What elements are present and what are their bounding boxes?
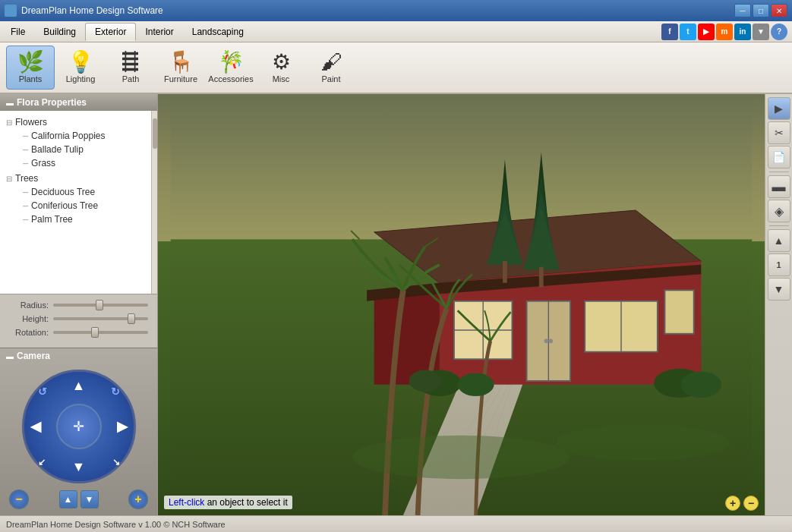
misc-label: Misc bbox=[273, 74, 290, 83]
social-icons: f t ▶ m in ▼ ? bbox=[661, 24, 790, 40]
help-button[interactable]: ? bbox=[771, 24, 787, 40]
radius-track[interactable] bbox=[53, 304, 148, 307]
menu-tab-interior[interactable]: Interior bbox=[136, 23, 182, 41]
trees-group: ⊟ Trees Deciduous Tree Coniferious Tree … bbox=[3, 172, 148, 226]
paint-tool[interactable]: 🖌 Paint bbox=[307, 46, 355, 90]
facebook-button[interactable]: f bbox=[661, 24, 678, 40]
flowers-expand-icon: ⊟ bbox=[6, 118, 12, 127]
level-button[interactable]: 1 bbox=[768, 253, 790, 276]
myspace-button[interactable]: m bbox=[716, 24, 733, 40]
flowers-group-header[interactable]: ⊟ Flowers bbox=[3, 115, 148, 129]
app-icon bbox=[5, 5, 17, 17]
height-slider-row: Height: bbox=[9, 314, 148, 323]
more-button[interactable]: ▼ bbox=[753, 24, 769, 40]
height-thumb[interactable] bbox=[128, 313, 135, 324]
camera-outer-ring[interactable]: ▲ ▼ ◀ ▶ ↺ ↻ ↙ ↘ ✛ bbox=[22, 370, 136, 483]
camera-move-down-small[interactable]: ▼ bbox=[80, 490, 99, 508]
rotation-slider-row: Rotation: bbox=[9, 328, 148, 337]
camera-collapse-icon[interactable]: ▬ bbox=[6, 352, 14, 360]
viewport-canvas[interactable]: Left-click an object to select it + − bbox=[158, 94, 765, 515]
main-content: ▬ Flora Properties ⊟ Flowers California … bbox=[0, 94, 792, 515]
rotation-label: Rotation: bbox=[9, 328, 49, 337]
cut-tool-button[interactable]: ✂ bbox=[768, 121, 790, 144]
floor-tool-button[interactable]: ▬ bbox=[768, 175, 790, 198]
viewport-zoom-out[interactable]: − bbox=[743, 496, 759, 511]
zoom-in-button[interactable]: + bbox=[128, 490, 148, 509]
tree-item-deciduous[interactable]: Deciduous Tree bbox=[18, 185, 148, 199]
trees-group-label: Trees bbox=[15, 173, 38, 184]
right-toolbar: ▶ ✂ 📄 ▬ ◈ ▲ 1 ▼ bbox=[765, 94, 792, 515]
left-panel: ▬ Flora Properties ⊟ Flowers California … bbox=[0, 94, 158, 515]
svg-rect-0 bbox=[171, 94, 753, 239]
camera-tilt-right-button[interactable]: ↘ bbox=[112, 457, 120, 467]
viewport[interactable]: Left-click an object to select it + − bbox=[158, 94, 765, 515]
tree-item-coniferious[interactable]: Coniferious Tree bbox=[18, 199, 148, 212]
plants-tool[interactable]: 🌿 Plants bbox=[6, 46, 55, 90]
tree-item-california-poppies[interactable]: California Poppies bbox=[18, 129, 148, 143]
svg-point-43 bbox=[458, 373, 494, 396]
height-track[interactable] bbox=[53, 317, 148, 320]
radius-slider-row: Radius: bbox=[9, 301, 148, 310]
select-tool-button[interactable]: ▶ bbox=[768, 97, 790, 120]
up-button[interactable]: ▲ bbox=[768, 229, 790, 252]
camera-tilt-left-button[interactable]: ↙ bbox=[38, 457, 46, 467]
app-title: DreamPlan Home Design Software bbox=[21, 5, 734, 16]
camera-up-button[interactable]: ▲ bbox=[72, 378, 86, 394]
tree-item-palm[interactable]: Palm Tree bbox=[18, 212, 148, 226]
trees-group-header[interactable]: ⊟ Trees bbox=[3, 172, 148, 185]
svg-point-48 bbox=[556, 424, 730, 461]
viewport-zoom-in[interactable]: + bbox=[725, 496, 740, 511]
svg-point-46 bbox=[680, 372, 721, 398]
menu-tab-exterior[interactable]: Exterior bbox=[85, 23, 136, 41]
path-icon: 🛤 bbox=[120, 52, 141, 73]
camera-rotate-left-button[interactable]: ↺ bbox=[38, 386, 47, 398]
camera-right-button[interactable]: ▶ bbox=[117, 418, 128, 435]
youtube-button[interactable]: ▶ bbox=[698, 24, 715, 40]
twitter-button[interactable]: t bbox=[680, 24, 696, 40]
path-tool[interactable]: 🛤 Path bbox=[106, 46, 155, 90]
radius-thumb[interactable] bbox=[96, 300, 103, 310]
accessories-tool[interactable]: 🎋 Accessories bbox=[207, 46, 255, 90]
path-label: Path bbox=[122, 74, 140, 83]
sliders-area: Radius: Height: Rotation: bbox=[0, 294, 157, 348]
furniture-icon: 🪑 bbox=[168, 52, 194, 73]
camera-down-button[interactable]: ▼ bbox=[72, 459, 86, 475]
tree-item-grass[interactable]: Grass bbox=[18, 156, 148, 170]
toolbar: 🌿 Plants 💡 Lighting 🛤 Path 🪑 Furniture 🎋… bbox=[0, 42, 792, 94]
window-controls: ─ □ ✕ bbox=[734, 4, 787, 17]
lighting-tool[interactable]: 💡 Lighting bbox=[56, 46, 105, 90]
flora-header: ▬ Flora Properties bbox=[0, 94, 157, 111]
copy-tool-button[interactable]: 📄 bbox=[768, 146, 790, 168]
tree-item-ballade-tulip[interactable]: Ballade Tulip bbox=[18, 143, 148, 156]
menu-tab-landscaping[interactable]: Landscaping bbox=[183, 23, 253, 41]
camera-control: ▲ ▼ ◀ ▶ ↺ ↻ ↙ ↘ ✛ bbox=[0, 364, 157, 490]
3d-tool-button[interactable]: ◈ bbox=[768, 200, 790, 222]
camera-center-button[interactable]: ✛ bbox=[56, 404, 102, 449]
misc-tool[interactable]: ⚙ Misc bbox=[257, 46, 305, 90]
menu-tab-building[interactable]: Building bbox=[34, 23, 85, 41]
titlebar: DreamPlan Home Design Software ─ □ ✕ bbox=[0, 0, 792, 21]
flora-tree[interactable]: ⊟ Flowers California Poppies Ballade Tul… bbox=[0, 111, 151, 294]
rotation-track[interactable] bbox=[53, 331, 148, 334]
panel-scrollbar[interactable] bbox=[151, 111, 157, 294]
linkedin-button[interactable]: in bbox=[734, 24, 751, 40]
camera-move-up-small[interactable]: ▲ bbox=[59, 490, 77, 508]
furniture-tool[interactable]: 🪑 Furniture bbox=[156, 46, 205, 90]
flora-collapse-icon[interactable]: ▬ bbox=[6, 99, 14, 107]
rotation-thumb[interactable] bbox=[91, 327, 99, 338]
svg-point-47 bbox=[352, 436, 570, 479]
viewport-zoom-controls: + − bbox=[725, 496, 759, 511]
paint-label: Paint bbox=[321, 74, 340, 83]
menu-tab-file[interactable]: File bbox=[2, 23, 34, 41]
down-button[interactable]: ▼ bbox=[768, 278, 790, 301]
radius-label: Radius: bbox=[9, 301, 49, 310]
scene-svg bbox=[158, 94, 765, 515]
minimize-button[interactable]: ─ bbox=[734, 4, 751, 17]
close-button[interactable]: ✕ bbox=[771, 4, 787, 17]
camera-panel: ▬ Camera ▲ ▼ ◀ ▶ ↺ ↻ ↙ ↘ ✛ bbox=[0, 348, 157, 515]
zoom-out-button[interactable]: − bbox=[9, 490, 29, 509]
svg-rect-27 bbox=[503, 261, 507, 283]
camera-left-button[interactable]: ◀ bbox=[30, 418, 41, 435]
maximize-button[interactable]: □ bbox=[753, 4, 769, 17]
camera-rotate-right-button[interactable]: ↻ bbox=[111, 386, 120, 398]
